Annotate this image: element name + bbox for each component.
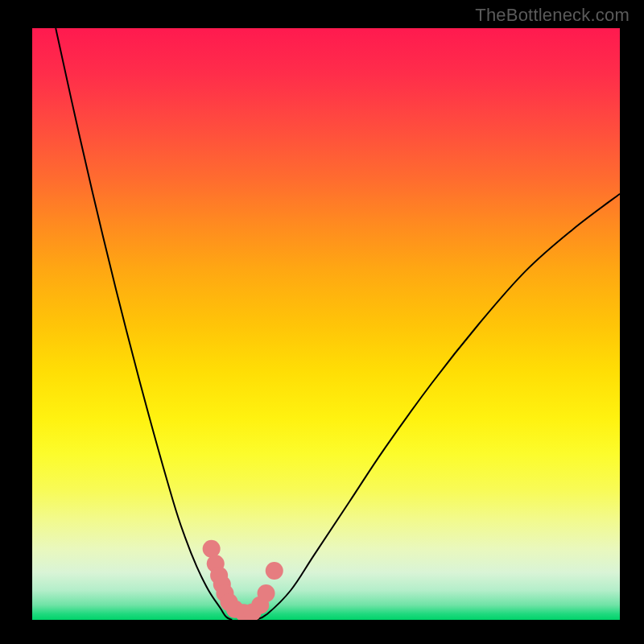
data-marker: [266, 562, 283, 580]
chart-svg: [32, 28, 620, 620]
watermark-text: TheBottleneck.com: [475, 5, 630, 26]
left-curve: [56, 28, 232, 620]
right-curve: [255, 194, 620, 620]
marker-group: [203, 540, 283, 620]
data-marker: [258, 584, 275, 602]
plot-area: [32, 28, 620, 620]
